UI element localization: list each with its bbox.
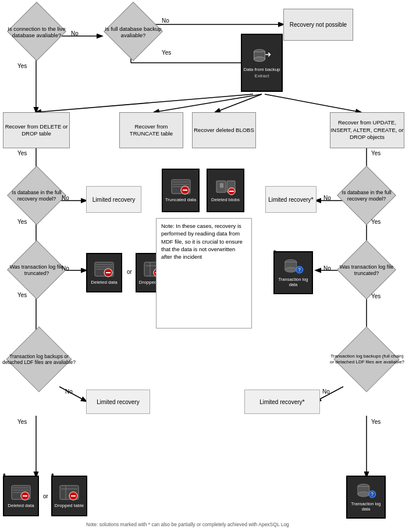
yes-label-right-3: Yes: [371, 293, 380, 299]
recover-blobs-box: Recover deleted BLOBS: [192, 112, 256, 148]
no-label-1: No: [71, 30, 79, 37]
recover-update-insert-box: Recover from UPDATE, INSERT, ALTER, CREA…: [330, 112, 404, 148]
svg-text:?: ?: [298, 267, 301, 273]
yes-label-5: Yes: [17, 419, 27, 425]
limited-recovery-right-box: Limited recovery *: [265, 186, 316, 213]
footer-note: Note: solutions marked with * can also b…: [86, 522, 377, 527]
deleted-blobs-label: Deleted blobs: [211, 197, 240, 202]
svg-point-61: [285, 267, 297, 272]
dropped-table-bottom-icon: [59, 484, 80, 502]
yes-label-right-1: Yes: [371, 150, 380, 156]
transaction-log-bottom-icon: ?: [355, 483, 376, 500]
asterisk-right-1: *: [311, 195, 314, 203]
yes-label-2: Yes: [17, 150, 27, 156]
deleted-data-bottom-left-label: Deleted data: [8, 503, 34, 508]
dropped-table-bottom-left-box: Dropped table: [51, 476, 87, 516]
svg-point-66: [358, 492, 369, 497]
deleted-blobs-icon: [215, 178, 236, 196]
recover-truncate-box: Recover from TRUNCATE table: [119, 112, 183, 148]
no-label-left-2: No: [62, 265, 69, 272]
or-label-1: or: [127, 269, 132, 275]
yes-label-4: Yes: [17, 292, 27, 298]
no-label-left-1: No: [62, 195, 69, 201]
recover-delete-drop-box: Recover from DELETE or DROP table: [3, 112, 70, 148]
deleted-data-bottom-icon: [10, 484, 31, 502]
asterisk-1: *: [3, 472, 6, 480]
limited-recovery-bottom-right-box: Limited recovery *: [244, 390, 320, 414]
svg-point-25: [254, 57, 265, 62]
transaction-log-right-top-box: ? Transaction log data: [273, 251, 313, 294]
asterisk-3: *: [273, 249, 276, 257]
limited-recovery-1-box: Limited recovery: [86, 186, 141, 213]
yes-label-right-4: Yes: [371, 419, 380, 425]
yes-label-conn: Yes: [17, 63, 27, 69]
tx-log-backups-left-label: Transaction log backups or detached LDF …: [2, 336, 76, 383]
truncated-data-label: Truncated data: [165, 197, 197, 202]
flowchart: Is connection to the live database avali…: [0, 0, 409, 532]
note-text: Note: In these cases, recovery is perfor…: [161, 223, 243, 260]
no-label-right-3: No: [322, 388, 330, 395]
transaction-log-bottom-right-label: Transaction log data: [347, 501, 385, 512]
deleted-data-icon: [94, 261, 115, 279]
deleted-blobs-box: Deleted blobs: [207, 169, 244, 212]
is-full-backup-label: Is full database backup avaliable?: [101, 12, 165, 52]
is-db-full-recovery-left-label: Is database in the full recovery model?: [5, 176, 69, 216]
svg-line-6: [215, 94, 262, 112]
transaction-log-icon: ?: [283, 258, 304, 276]
transaction-log-right-top-label: Transaction log data: [275, 277, 312, 287]
yes-label-3: Yes: [17, 219, 27, 225]
svg-text:?: ?: [371, 491, 374, 497]
deleted-data-bottom-left-box: Deleted data: [3, 476, 39, 516]
or-label-2: or: [43, 493, 48, 499]
db-backup-icon: [252, 47, 271, 66]
no-label-2: No: [162, 17, 169, 24]
no-label-right-1: No: [323, 195, 331, 201]
was-tx-truncated-right-label: Was transaction log file truncated?: [335, 250, 399, 291]
svg-line-5: [154, 94, 262, 112]
deleted-data-left-top-box: Deleted data: [86, 253, 122, 292]
data-from-backup-box: Data from backup Extract: [241, 34, 283, 92]
tx-log-backups-right-label: Transaction log backups (full chain) or …: [329, 336, 405, 383]
was-tx-truncated-left-label: Was transaction log file truncated?: [5, 250, 69, 291]
svg-line-14: [59, 387, 86, 401]
svg-rect-56: [220, 183, 223, 188]
no-label-left-3: No: [65, 388, 73, 395]
recovery-not-possible-box: Recovery not possible: [283, 9, 353, 41]
transaction-log-bottom-right-box: ? Transaction log data: [346, 476, 386, 519]
is-connection-label: Is connection to the live database avali…: [5, 12, 69, 52]
extract-label: Extract: [255, 73, 269, 78]
limited-recovery-bottom-left-box: Limited recovery: [86, 390, 150, 414]
data-from-backup-label: Data from backup: [243, 67, 280, 73]
is-db-full-recovery-right-label: Is database in the full recovery model?: [335, 176, 399, 216]
note-box: Note: In these cases, recovery is perfor…: [156, 218, 252, 329]
truncated-data-box: Truncated data: [162, 169, 200, 212]
yes-label-right-2: Yes: [371, 219, 380, 225]
truncated-data-icon: [170, 178, 191, 196]
deleted-data-left-top-label: Deleted data: [91, 280, 117, 285]
asterisk-right-2: *: [303, 398, 305, 406]
svg-line-7: [265, 94, 361, 112]
svg-line-8: [36, 94, 253, 112]
asterisk-2: *: [51, 472, 54, 480]
dropped-table-bottom-left-label: Dropped table: [55, 503, 84, 508]
no-label-right-2: No: [323, 265, 331, 272]
yes-label-1: Yes: [162, 49, 171, 56]
